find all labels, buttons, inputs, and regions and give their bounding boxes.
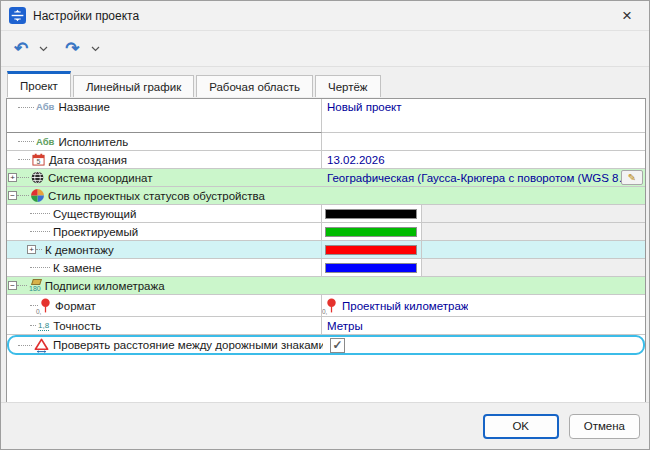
- row-format[interactable]: 0, Формат 0, Проектный километраж: [7, 295, 645, 317]
- property-label: К демонтажу: [45, 244, 114, 256]
- color-swatch-existing[interactable]: [325, 209, 417, 219]
- collapse-icon[interactable]: −: [8, 281, 17, 290]
- expand-icon[interactable]: +: [8, 173, 17, 182]
- globe-icon: [31, 171, 44, 184]
- color-swatch-cell[interactable]: [322, 259, 422, 276]
- precision-value: Метры: [322, 320, 363, 332]
- road-sign-warning-icon: [34, 338, 49, 353]
- color-swatch-dismantle[interactable]: [325, 245, 417, 255]
- edit-pencil-icon: ✎: [628, 172, 636, 183]
- property-label: Проектируемый: [53, 226, 138, 238]
- row-status-style-section[interactable]: − Стиль проектных статусов обустройства: [7, 187, 645, 205]
- property-label: Название: [58, 101, 109, 113]
- collapse-icon[interactable]: −: [8, 191, 17, 200]
- row-precision[interactable]: 1,8 Точность Метры: [7, 317, 645, 335]
- row-title[interactable]: Абв Название Новый проект: [7, 99, 645, 133]
- undo-dropdown-icon[interactable]: [35, 44, 52, 54]
- property-label: Существующий: [53, 208, 136, 220]
- color-swatch-cell[interactable]: [322, 223, 422, 240]
- row-status-replace[interactable]: К замене: [7, 259, 645, 277]
- text-property-icon: Абв: [36, 101, 54, 112]
- tab-linear-graph[interactable]: Линейный график: [73, 75, 194, 97]
- text-property-icon: Абв: [36, 136, 54, 147]
- edit-coordinate-system-button[interactable]: ✎: [621, 170, 643, 185]
- property-label: Система координат: [48, 172, 153, 184]
- dialog-title: Настройки проекта: [33, 9, 613, 23]
- precision-digits-icon: 1,8: [38, 321, 49, 331]
- coordinate-system-value-cell[interactable]: Географическая (Гаусса-Крюгера с поворот…: [322, 169, 645, 186]
- property-grid: Абв Название Новый проект Абв Исполнител…: [6, 98, 646, 404]
- title-value: Новый проект: [322, 101, 402, 113]
- color-swatch-replace[interactable]: [325, 263, 417, 273]
- svg-text:5: 5: [37, 158, 41, 165]
- close-icon[interactable]: ×: [613, 4, 641, 28]
- expand-icon[interactable]: +: [27, 245, 36, 254]
- row-creation-date[interactable]: 5 Дата создания 13.02.2026: [7, 151, 645, 169]
- value-filler: [422, 223, 645, 240]
- title-bar: Настройки проекта ×: [1, 1, 649, 31]
- calendar-icon: 5: [32, 153, 45, 166]
- tab-project[interactable]: Проект: [7, 71, 71, 97]
- row-kilometrage-section[interactable]: − 180 Подписи километража: [7, 277, 645, 295]
- executor-value-cell[interactable]: [322, 133, 645, 150]
- check-distance-checkbox[interactable]: ✓: [330, 338, 345, 353]
- precision-value-cell[interactable]: Метры: [322, 317, 645, 334]
- creation-date-value: 13.02.2026: [322, 154, 385, 166]
- title-value-cell[interactable]: Новый проект: [322, 99, 645, 132]
- section-label: Стиль проектных статусов обустройства: [48, 190, 265, 202]
- km-label-icon: 180: [29, 280, 41, 292]
- property-label: Проверять расстояние между дорожными зна…: [53, 339, 324, 351]
- property-label: К замене: [53, 262, 102, 274]
- footer-bar: OK Отмена: [1, 402, 649, 449]
- km-pin-icon: 0,: [326, 298, 337, 314]
- redo-icon[interactable]: ↷: [62, 39, 82, 58]
- section-label: Подписи километража: [45, 280, 165, 292]
- color-swatch-designed[interactable]: [325, 227, 417, 237]
- property-label: Точность: [53, 320, 101, 332]
- row-coordinate-system[interactable]: + Система координат Географическая (Гаус…: [7, 169, 645, 187]
- row-check-sign-distance[interactable]: Проверять расстояние между дорожными зна…: [7, 335, 645, 355]
- coordinate-system-value: Географическая (Гаусса-Крюгера с поворот…: [322, 172, 630, 184]
- row-status-designed[interactable]: Проектируемый: [7, 223, 645, 241]
- format-value-cell[interactable]: 0, Проектный километраж: [322, 295, 645, 316]
- checkmark-icon: ✓: [332, 338, 342, 352]
- project-settings-dialog: Настройки проекта × ↶ ↷ Проект Линейный …: [0, 0, 650, 450]
- pie-chart-icon: [31, 189, 44, 202]
- undo-icon[interactable]: ↶: [11, 39, 31, 58]
- ok-button[interactable]: OK: [483, 414, 559, 439]
- value-filler: [422, 259, 645, 276]
- app-road-icon: [9, 7, 26, 24]
- property-label: Дата создания: [49, 154, 127, 166]
- property-label: Исполнитель: [58, 136, 128, 148]
- row-executor[interactable]: Абв Исполнитель: [7, 133, 645, 151]
- value-filler: [422, 241, 645, 258]
- color-swatch-cell[interactable]: [322, 241, 422, 258]
- value-filler: [422, 205, 645, 222]
- row-status-existing[interactable]: Существующий: [7, 205, 645, 223]
- km-tag-shape: [31, 279, 42, 285]
- row-status-dismantle[interactable]: + К демонтажу: [7, 241, 645, 259]
- color-swatch-cell[interactable]: [322, 205, 422, 222]
- tab-bar: Проект Линейный график Рабочая область Ч…: [1, 67, 649, 97]
- cancel-button[interactable]: Отмена: [569, 414, 640, 439]
- redo-dropdown-icon[interactable]: [87, 44, 104, 54]
- format-value: Проектный километраж: [341, 300, 468, 312]
- property-label: Формат: [55, 300, 96, 312]
- km-pin-icon: 0,: [40, 298, 51, 314]
- toolbar: ↶ ↷: [1, 31, 649, 67]
- tab-work-area[interactable]: Рабочая область: [196, 75, 313, 97]
- creation-date-value-cell[interactable]: 13.02.2026: [322, 151, 645, 168]
- tab-drawing[interactable]: Чертёж: [315, 75, 381, 97]
